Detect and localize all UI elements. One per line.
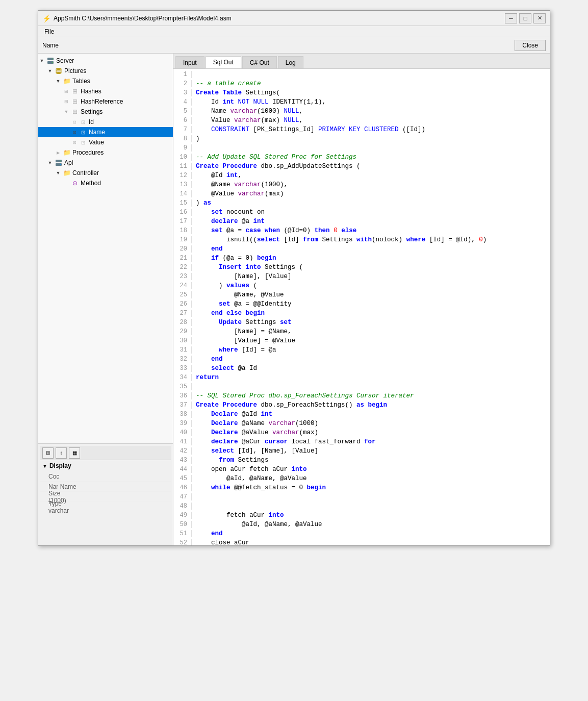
tree-node-id[interactable]: ⊡ ⊡ Id (38, 117, 173, 127)
tree-label-name: Name (89, 129, 105, 136)
main-window: ⚡ AppSmith C:\Users\mmeents\Desktop\Prom… (38, 10, 550, 546)
tree-label-pictures: Pictures (64, 67, 86, 74)
line-24: 24 ) values ( (173, 282, 550, 291)
line-31: 31 where [Id] = @a (173, 346, 550, 356)
tree-label-tables: Tables (72, 78, 90, 85)
table-hashref-icon: ⊞ (71, 97, 79, 106)
expander-name: ⊡ (71, 129, 78, 136)
tree-node-procedures[interactable]: ▶ 📁 Procedures (38, 147, 173, 158)
line-20: 20 end (173, 245, 550, 255)
menu-bar: File (38, 26, 550, 37)
tab-bar: Input Sql Out C# Out Log (173, 54, 550, 69)
line-39: 39 Declare @aName varchar(1000) (173, 420, 550, 429)
line-15: 15) as (173, 199, 550, 209)
svg-point-11 (60, 161, 61, 162)
bottom-btn-2[interactable]: ↕ (56, 447, 67, 459)
bottom-btn-3[interactable]: ▦ (69, 447, 80, 459)
tree-node-api[interactable]: ▼ Api (38, 158, 173, 168)
toolbar-name-label: Name (42, 42, 59, 49)
line-30: 30 [Value] = @Value (173, 337, 550, 346)
line-14: 14 @Value varchar(max) (173, 190, 550, 199)
line-7: 7 CONSTRAINT [PK_Settings_Id] PRIMARY KE… (173, 126, 550, 135)
left-panel: ▼ Server ▼ Pictures (38, 54, 173, 545)
display-section-header[interactable]: ▼ Display (40, 460, 171, 471)
expander-tables: ▼ (55, 78, 62, 85)
tree-node-settings[interactable]: ▼ ⊞ Settings (38, 107, 173, 117)
tree-label-procedures: Procedures (72, 149, 104, 156)
file-menu[interactable]: File (40, 27, 58, 36)
tree-label-method: Method (81, 180, 101, 187)
expander-method (63, 180, 70, 187)
line-51: 51 end (173, 530, 550, 539)
tree-node-tables[interactable]: ▼ 📁 Tables (38, 76, 173, 86)
close-window-button[interactable]: ✕ (533, 13, 546, 23)
line-6: 6 Value varchar(max) NULL, (173, 117, 550, 126)
server-icon (46, 57, 55, 65)
expander-hashref: ⊞ (63, 98, 70, 105)
line-27: 27 end else begin (173, 310, 550, 319)
tree-label-api: Api (64, 159, 73, 166)
line-35: 35 (173, 383, 550, 392)
expander-value: ⊡ (71, 139, 78, 146)
bottom-btn-1[interactable]: ⊞ (42, 447, 54, 459)
tree-label-hashes: Hashes (81, 88, 101, 95)
line-1: 1 (173, 71, 550, 80)
line-49: 49 fetch aCur into (173, 512, 550, 521)
maximize-button[interactable]: □ (519, 13, 531, 23)
tree-node-value[interactable]: ⊡ ⊡ Value (38, 137, 173, 147)
db-icon (55, 67, 63, 75)
line-46: 46 while @@fetch_status = 0 begin (173, 484, 550, 493)
svg-point-3 (52, 62, 53, 63)
method-icon: ⊙ (71, 179, 79, 187)
expander-hashes: ⊞ (63, 88, 70, 95)
expander-controller: ▼ (55, 169, 62, 177)
api-icon (55, 159, 63, 167)
line-40: 40 Declare @aValue varchar(max) (173, 429, 550, 438)
folder-procedures-icon: 📁 (63, 148, 71, 157)
line-8: 8) (173, 135, 550, 144)
close-button[interactable]: Close (515, 40, 546, 51)
line-5: 5 Name varchar(1000) NULL, (173, 108, 550, 117)
line-10: 10-- Add Update SQL Stored Proc for Sett… (173, 154, 550, 163)
line-38: 38 Declare @aId int (173, 411, 550, 420)
tree-node-hashes[interactable]: ⊞ ⊞ Hashes (38, 86, 173, 96)
tree-node-method[interactable]: ⊙ Method (38, 178, 173, 188)
line-28: 28 Update Settings set (173, 319, 550, 328)
line-32: 32 end (173, 356, 550, 365)
line-45: 45 @aId, @aName, @aValue (173, 475, 550, 484)
prop-row-coc: Coc (40, 471, 171, 482)
line-42: 42 select [Id], [Name], [Value] (173, 447, 550, 457)
folder-tables-icon: 📁 (63, 77, 71, 85)
tab-csout[interactable]: C# Out (242, 56, 277, 68)
expander-pictures: ▼ (46, 67, 54, 74)
line-2: 2-- a table create (173, 80, 550, 89)
tree-node-hashreference[interactable]: ⊞ ⊞ HashReference (38, 96, 173, 107)
app-icon: ⚡ (42, 14, 50, 22)
prop-name-type: Type varchar (48, 500, 79, 514)
code-area[interactable]: 1 2-- a table create 3Create Table Setti… (173, 69, 550, 545)
tree-node-name[interactable]: ⊡ ⊡ Name (38, 127, 173, 137)
tree-label-server: Server (56, 57, 74, 64)
line-47: 47 (173, 493, 550, 503)
tree-area[interactable]: ▼ Server ▼ Pictures (38, 54, 173, 443)
tab-sqlout[interactable]: Sql Out (206, 56, 241, 68)
col-value-icon: ⊡ (79, 138, 87, 146)
tree-node-server[interactable]: ▼ Server (38, 56, 173, 66)
minimize-button[interactable]: ─ (505, 13, 517, 23)
line-16: 16 set nocount on (173, 209, 550, 218)
tree-node-controller[interactable]: ▼ 📁 Controller (38, 168, 173, 178)
line-3: 3Create Table Settings( (173, 89, 550, 98)
col-id-icon: ⊡ (79, 118, 87, 126)
tab-log[interactable]: Log (278, 56, 303, 68)
line-41: 41 declare @aCur cursor local fast_forwa… (173, 438, 550, 447)
tree-node-pictures[interactable]: ▼ Pictures (38, 66, 173, 76)
line-34: 34return (173, 374, 550, 383)
table-settings-icon: ⊞ (71, 108, 79, 116)
tree-label-controller: Controller (72, 169, 99, 177)
line-12: 12 @Id int, (173, 172, 550, 181)
tab-input[interactable]: Input (175, 56, 204, 68)
line-52: 52 close aCur (173, 539, 550, 545)
line-48: 48 (173, 503, 550, 512)
line-18: 18 set @a = case when (@Id=0) then 0 els… (173, 227, 550, 236)
folder-controller-icon: 📁 (63, 169, 71, 177)
